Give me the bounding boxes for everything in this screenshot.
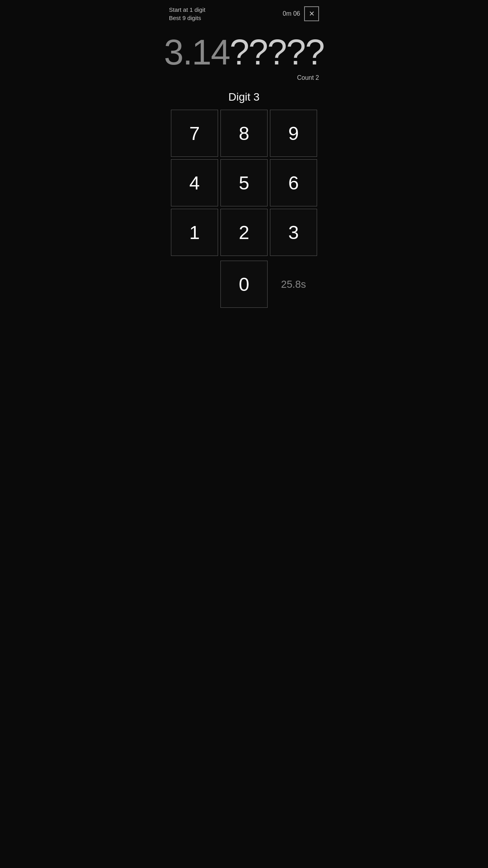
pi-display: 3.14 ????? bbox=[163, 24, 325, 73]
spacer bbox=[171, 261, 218, 308]
start-label: Start at 1 digit bbox=[169, 6, 205, 13]
key-1[interactable]: 1 bbox=[171, 209, 218, 256]
header: Start at 1 digit Best 9 digits 0m 06 ✕ bbox=[163, 0, 325, 24]
key-3[interactable]: 3 bbox=[270, 209, 317, 256]
key-8[interactable]: 8 bbox=[220, 110, 268, 157]
keypad-row-1: 7 8 9 bbox=[171, 110, 317, 157]
key-0[interactable]: 0 bbox=[220, 261, 268, 308]
header-right: 0m 06 ✕ bbox=[283, 6, 319, 21]
keypad: 7 8 9 4 5 6 1 2 3 0 25.8s bbox=[163, 110, 325, 308]
key-5[interactable]: 5 bbox=[220, 159, 268, 206]
header-left: Start at 1 digit Best 9 digits bbox=[169, 6, 205, 21]
key-9[interactable]: 9 bbox=[270, 110, 317, 157]
key-6[interactable]: 6 bbox=[270, 159, 317, 206]
key-4[interactable]: 4 bbox=[171, 159, 218, 206]
key-2[interactable]: 2 bbox=[220, 209, 268, 256]
key-7[interactable]: 7 bbox=[171, 110, 218, 157]
keypad-row-3: 1 2 3 bbox=[171, 209, 317, 256]
count-label: Count 2 bbox=[163, 74, 325, 81]
keypad-row-2: 4 5 6 bbox=[171, 159, 317, 206]
elapsed-time: 25.8s bbox=[270, 261, 317, 308]
bottom-row: 0 25.8s bbox=[171, 261, 317, 308]
best-label: Best 9 digits bbox=[169, 15, 205, 21]
close-button[interactable]: ✕ bbox=[304, 6, 319, 21]
pi-known-digits: 3.14 bbox=[164, 32, 229, 73]
timer-display: 0m 06 bbox=[283, 10, 300, 17]
digit-label: Digit 3 bbox=[163, 91, 325, 103]
pi-unknown-digits: ????? bbox=[229, 32, 324, 73]
